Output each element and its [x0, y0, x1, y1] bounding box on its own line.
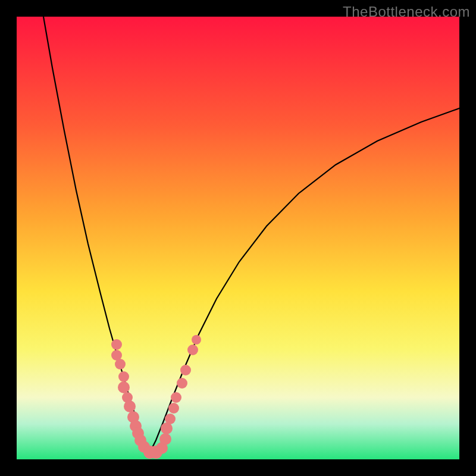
scatter-dot: [159, 433, 171, 445]
scatter-dot: [111, 339, 122, 350]
scatter-dot: [115, 359, 126, 369]
chart-area: [17, 17, 459, 459]
scatter-dot: [171, 392, 181, 403]
scatter-dot: [161, 422, 173, 434]
scatter-dot: [118, 371, 129, 382]
curve-left: [43, 17, 150, 452]
scatter-dot: [187, 345, 198, 355]
watermark-label: TheBottleneck.com: [343, 4, 470, 20]
scatter-dot: [118, 381, 130, 393]
scatter-dot: [168, 403, 179, 414]
scatter-dot: [124, 400, 136, 412]
scatter-dot: [165, 414, 176, 424]
scatter-dot: [177, 378, 187, 389]
scatter-dot: [192, 335, 201, 345]
plot-svg: [17, 17, 459, 459]
scatter-dot: [180, 365, 191, 375]
curve-right: [150, 108, 459, 452]
